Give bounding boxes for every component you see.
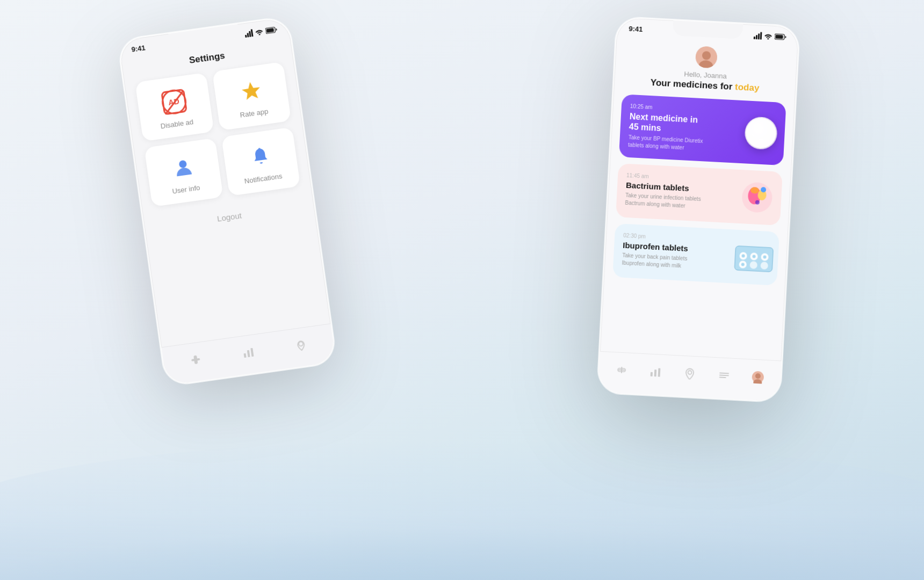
star-icon-wrapper: [236, 77, 265, 106]
svg-rect-37: [654, 369, 657, 376]
bell-icon: [249, 145, 271, 168]
svg-line-42: [719, 377, 725, 378]
user-info-label: User info: [172, 184, 201, 195]
rate-app-label: Rate app: [240, 107, 269, 119]
bottom-nav-left: [161, 323, 336, 386]
nav-chart-right[interactable]: [644, 360, 667, 383]
phones-container: 9:41: [0, 0, 924, 580]
medicine-card-blue[interactable]: 02:30 pm Ibuprofen tablets Take your bac…: [612, 223, 779, 286]
bell-icon-wrapper: [246, 142, 275, 171]
phone-frame-right: 9:41: [597, 17, 799, 402]
svg-rect-1: [266, 28, 274, 33]
avatar: [695, 46, 718, 68]
star-icon: [238, 78, 263, 104]
phone-home: 9:41: [597, 17, 799, 402]
card-desc-purple: Take your BP medicine Diuretix tablets a…: [628, 134, 717, 154]
ad-icon-wrapper: AD: [159, 88, 188, 117]
svg-point-39: [688, 370, 691, 374]
nav-avatar-right[interactable]: [747, 366, 769, 388]
time-left: 9:41: [131, 44, 146, 53]
svg-line-41: [720, 375, 728, 375]
settings-card-rate-app[interactable]: Rate app: [212, 62, 291, 130]
notifications-label: Notifications: [244, 172, 283, 185]
svg-rect-7: [247, 350, 250, 357]
signal-bars-left: [244, 29, 254, 38]
svg-line-40: [720, 373, 728, 373]
today-accent: today: [735, 82, 760, 93]
status-icons-right: [754, 31, 787, 40]
avatar-face: [695, 46, 718, 68]
svg-rect-5: [193, 355, 198, 364]
home-content: Hello, Joanna Your medicines for today 1…: [601, 34, 798, 336]
pill-image-purple: [744, 116, 778, 150]
bottom-nav-right: [598, 351, 782, 402]
nav-chart-icon[interactable]: [236, 340, 261, 364]
svg-rect-36: [651, 372, 653, 376]
settings-card-disable-ad[interactable]: AD Disable ad: [135, 73, 214, 141]
signal-bar-4: [251, 29, 254, 37]
wifi-icon: [255, 28, 264, 35]
card-desc-blue: Take your back pain tablets Ibuprofen al…: [622, 252, 711, 272]
settings-content: Settings AD Disable ad: [121, 34, 317, 253]
pill-image-colorful: [738, 178, 777, 218]
card-desc-pink: Take your urine infection tablets Bactru…: [625, 192, 714, 212]
nav-list-right[interactable]: [712, 364, 735, 386]
ad-icon: AD: [161, 89, 187, 115]
svg-marker-2: [241, 81, 261, 100]
nav-location-right[interactable]: [678, 362, 701, 385]
battery-icon-left: [265, 26, 277, 34]
medicine-card-purple[interactable]: 10:25 am Next medicine in45 mins Take yo…: [619, 94, 786, 165]
time-right: 9:41: [629, 25, 643, 33]
svg-rect-6: [243, 353, 246, 357]
svg-rect-8: [250, 347, 254, 356]
disable-ad-label: Disable ad: [160, 118, 194, 130]
settings-grid: AD Disable ad Rate app: [135, 62, 300, 207]
phone-settings: 9:41: [118, 17, 336, 386]
nav-location-icon[interactable]: [289, 332, 313, 357]
medicine-card-pink[interactable]: 11:45 am Bactrium tablets Take your urin…: [616, 163, 783, 226]
user-icon: [171, 156, 194, 179]
battery-icon-right: [775, 33, 787, 40]
settings-card-user-info[interactable]: User info: [144, 138, 223, 207]
signal-bars-right: [754, 31, 762, 39]
nav-pill-right[interactable]: [610, 358, 633, 381]
pill-image-blister: [732, 241, 774, 275]
svg-rect-11: [775, 34, 783, 39]
greeting-section: Hello, Joanna Your medicines for today: [622, 38, 789, 103]
nav-pill-icon[interactable]: [183, 347, 207, 372]
svg-rect-38: [658, 368, 661, 376]
phone-frame-left: 9:41: [118, 17, 336, 386]
settings-card-notifications[interactable]: Notifications: [221, 127, 300, 196]
user-icon-wrapper: [169, 153, 198, 182]
logout-label[interactable]: Logout: [216, 211, 242, 223]
svg-point-3: [178, 160, 187, 169]
wifi-icon-right: [764, 32, 773, 39]
